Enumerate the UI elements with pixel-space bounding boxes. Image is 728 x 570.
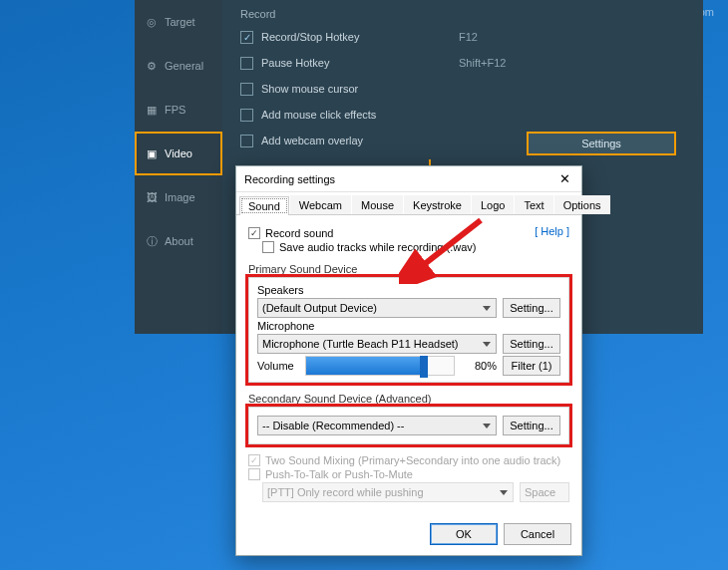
cancel-button[interactable]: Cancel — [504, 523, 571, 545]
record-section-title: Record — [240, 8, 685, 20]
sidebar-item-label: About — [165, 235, 193, 247]
filter-button[interactable]: Filter (1) — [503, 356, 560, 376]
checkbox-ptt — [248, 468, 260, 480]
sidebar-item-label: General — [165, 60, 203, 72]
sidebar-item-general[interactable]: ⚙General — [135, 44, 222, 88]
ptt-row: Push-To-Talk or Push-To-Mute — [248, 468, 569, 480]
mic-setting-button[interactable]: Setting... — [503, 334, 560, 354]
checkbox-pause-hotkey[interactable] — [240, 57, 253, 70]
sidebar-item-label: FPS — [165, 104, 185, 116]
sidebar-item-label: Video — [165, 147, 192, 159]
sidebar-item-label: Image — [165, 191, 195, 203]
save-wav-row: Save audio tracks while recording (.wav) — [262, 241, 569, 253]
show-cursor-row: Show mouse cursor — [240, 76, 685, 102]
row-label: Pause Hotkey — [261, 57, 451, 69]
row-value: F12 — [459, 31, 478, 43]
info-icon: ⓘ — [145, 234, 159, 249]
sidebar-item-target[interactable]: ◎Target — [135, 0, 222, 44]
speakers-setting-button[interactable]: Setting... — [503, 298, 560, 318]
checkbox-webcam-overlay[interactable] — [240, 135, 253, 147]
record-sound-label: Record sound — [265, 227, 334, 239]
checkbox-record-hotkey[interactable]: ✓ — [240, 31, 253, 44]
speakers-value: (Default Output Device) — [262, 302, 377, 314]
sidebar-item-image[interactable]: 🖼Image — [135, 175, 222, 219]
click-effects-row: Add mouse click effects — [240, 102, 685, 128]
row-value: Shift+F12 — [459, 57, 506, 69]
tab-mouse[interactable]: Mouse — [352, 195, 403, 214]
mic-label: Microphone — [257, 320, 560, 332]
ptt-mode-value: [PTT] Only record while pushing — [267, 486, 424, 498]
dialog-title-text: Recording settings — [244, 173, 553, 185]
fps-icon: ▦ — [145, 104, 159, 117]
secondary-group-title: Secondary Sound Device (Advanced) — [248, 393, 569, 405]
tab-keystroke[interactable]: Keystroke — [404, 195, 471, 214]
dialog-tabs: Sound Webcam Mouse Keystroke Logo Text O… — [236, 192, 581, 215]
checkbox-record-sound[interactable] — [248, 227, 260, 239]
primary-group-box: Speakers (Default Output Device) Setting… — [248, 277, 569, 383]
video-settings-panel: Record ✓ Record/Stop Hotkey F12 Pause Ho… — [222, 0, 703, 161]
save-wav-label: Save audio tracks while recording (.wav) — [279, 241, 476, 253]
checkbox-two-sound — [248, 454, 260, 466]
checkbox-show-cursor[interactable] — [240, 83, 253, 96]
primary-group-title: Primary Sound Device — [248, 263, 569, 275]
webcam-overlay-row: Add webcam overlay Settings — [240, 128, 685, 153]
volume-slider[interactable] — [305, 356, 455, 376]
mic-value: Microphone (Turtle Beach P11 Headset) — [262, 338, 458, 350]
image-icon: 🖼 — [145, 191, 159, 203]
sidebar-item-label: Target — [165, 16, 195, 28]
row-label: Show mouse cursor — [261, 83, 451, 95]
checkbox-click-effects[interactable] — [240, 109, 253, 122]
video-icon: ▣ — [145, 147, 159, 160]
speakers-label: Speakers — [257, 284, 560, 296]
row-label: Record/Stop Hotkey — [261, 31, 451, 43]
record-sound-row: Record sound — [248, 227, 569, 239]
secondary-setting-button[interactable]: Setting... — [503, 416, 560, 435]
sidebar-item-about[interactable]: ⓘAbout — [135, 219, 222, 263]
speakers-dropdown[interactable]: (Default Output Device) — [257, 298, 497, 318]
close-icon[interactable]: ✕ — [553, 171, 575, 186]
tab-webcam[interactable]: Webcam — [290, 195, 351, 214]
ptt-label: Push-To-Talk or Push-To-Mute — [265, 468, 413, 480]
tab-text[interactable]: Text — [515, 195, 552, 214]
ptt-mode-dropdown: [PTT] Only record while pushing — [262, 482, 514, 502]
tab-sound[interactable]: Sound — [239, 196, 289, 215]
primary-sound-group: Primary Sound Device Speakers (Default O… — [248, 263, 569, 383]
mic-dropdown[interactable]: Microphone (Turtle Beach P11 Headset) — [257, 334, 497, 354]
target-icon: ◎ — [145, 16, 159, 29]
secondary-value: -- Disable (Recommended) -- — [262, 420, 404, 431]
checkbox-save-wav[interactable] — [262, 241, 274, 253]
recording-settings-dialog: Recording settings ✕ Sound Webcam Mouse … — [235, 165, 582, 556]
row-label: Add mouse click effects — [261, 109, 451, 121]
sidebar-item-video[interactable]: ▣Video — [135, 132, 222, 175]
sidebar: ◎Target ⚙General ▦FPS ▣Video 🖼Image ⓘAbo… — [135, 0, 222, 334]
tab-logo[interactable]: Logo — [472, 195, 514, 214]
volume-label: Volume — [257, 360, 299, 372]
row-label: Add webcam overlay — [261, 135, 451, 146]
gear-icon: ⚙ — [145, 60, 159, 73]
dialog-buttons: OK Cancel — [430, 523, 571, 545]
mixing-group: Two Sound Mixing (Primary+Secondary into… — [248, 454, 569, 502]
tab-options[interactable]: Options — [554, 195, 610, 214]
sidebar-item-fps[interactable]: ▦FPS — [135, 88, 222, 132]
dialog-body: Record sound Save audio tracks while rec… — [236, 215, 581, 514]
ok-button[interactable]: OK — [430, 523, 498, 545]
ptt-key-field: Space — [520, 482, 569, 502]
volume-value: 80% — [461, 360, 497, 372]
settings-button[interactable]: Settings — [528, 133, 675, 154]
help-link[interactable]: [ Help ] — [535, 225, 569, 237]
secondary-dropdown[interactable]: -- Disable (Recommended) -- — [257, 416, 497, 435]
record-hotkey-row: ✓ Record/Stop Hotkey F12 — [240, 24, 685, 50]
secondary-sound-group: Secondary Sound Device (Advanced) -- Dis… — [248, 393, 569, 444]
dialog-titlebar: Recording settings ✕ — [236, 166, 581, 192]
pause-hotkey-row: Pause Hotkey Shift+F12 — [240, 50, 685, 76]
two-sound-label: Two Sound Mixing (Primary+Secondary into… — [265, 454, 560, 466]
secondary-group-box: -- Disable (Recommended) -- Setting... — [248, 407, 569, 444]
two-sound-row: Two Sound Mixing (Primary+Secondary into… — [248, 454, 569, 466]
